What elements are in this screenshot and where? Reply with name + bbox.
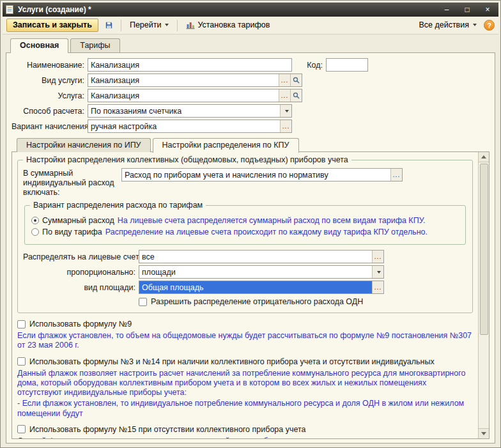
chevron-down-icon [473,24,477,26]
service-type-row: Вид услуги: ... [12,73,489,87]
kpu-distribution-group-title: Настройки распределения коллективных (об… [23,155,351,164]
distribute-choose-button[interactable]: ... [372,251,383,263]
service-type-input[interactable] [88,74,279,86]
allow-negative-label: Разрешить распределение отрицательного р… [151,297,363,306]
formula314-hint-2: - Если флажок установлен, то индивидуаль… [17,399,473,419]
help-button[interactable]: ? [484,20,495,31]
formula15-checkbox[interactable] [17,425,26,433]
formula314-hint-1: Данный флажок позволяет настроить расчет… [17,369,473,398]
toolbar-separator [177,20,178,31]
tariff-setup-label: Установка тарифов [197,20,270,29]
radio-by-tariff-label: По виду тарифа [42,228,102,236]
toolbar: Записать и закрыть Перейти Установка [3,17,498,35]
kpu-distribution-group: Настройки распределения коллективных (об… [17,160,473,313]
distribute-input[interactable] [139,251,372,263]
triangle-down-icon [481,432,486,435]
tab-main[interactable]: Основная [10,38,68,53]
scroll-down-button[interactable] [479,428,489,438]
all-actions-button[interactable]: Все действия [415,19,481,32]
service-label: Услуга: [12,91,84,100]
area-kind-choose-button[interactable]: ... [372,281,383,293]
radio-by-tariff-hint: Распределение на лицевые счета происходи… [105,228,428,236]
save-close-button[interactable]: Записать и закрыть [6,19,98,32]
tariff-setup-button[interactable]: Установка тарифов [182,19,274,32]
save-button[interactable] [102,20,116,31]
maximize-button[interactable]: □ [459,4,475,15]
calc-method-label: Способ расчета: [12,107,84,116]
proportional-label: пропорционально: [23,268,135,277]
include-label: В суммарный индивидуальный расход включа… [23,168,119,197]
formula9-label: Использовать формулу №9 [29,320,132,328]
radio-row-total: Суммарный расход На лицевые счета распре… [31,216,459,225]
close-button[interactable]: × [479,4,496,15]
calc-method-select[interactable] [88,105,280,117]
window-title: Услуги (создание) * [18,5,435,14]
goto-button[interactable]: Перейти [126,19,173,32]
chevron-down-icon [377,271,381,274]
service-open-button[interactable] [290,89,302,102]
distribute-label: Распределять на лицевые счета: [23,252,135,261]
triangle-up-icon [481,155,486,158]
accrual-variant-label: Вариант начисления: [12,122,84,131]
radio-by-tariff[interactable] [31,228,39,236]
service-choose-button[interactable]: ... [279,89,290,102]
radio-total-label: Суммарный расход [42,216,114,225]
area-kind-row: вид площади: ... [23,281,467,294]
proportional-dropdown-button[interactable] [372,266,383,278]
include-row: В суммарный индивидуальный расход включа… [23,168,467,197]
service-row: Услуга: ... [12,89,489,102]
formula314-label: Использовать формулы №3 и №14 при наличи… [29,357,435,366]
service-type-choose-button[interactable]: ... [279,74,290,86]
accrual-variant-choose-button[interactable]: ... [280,120,291,132]
all-actions-label: Все действия [419,20,469,29]
service-type-open-button[interactable] [290,74,302,86]
proportional-select[interactable] [139,266,372,278]
allow-negative-row: Разрешить распределение отрицательного р… [139,297,466,306]
vertical-scrollbar[interactable] [478,152,489,438]
name-input[interactable] [88,59,291,71]
inner-tab-kpu[interactable]: Настройки распределения по КПУ [153,138,299,153]
include-input[interactable] [122,169,390,181]
proportional-row: пропорционально: [23,265,467,279]
formula314-row: Использовать формулы №3 и №14 при наличи… [17,357,473,366]
calc-method-row: Способ расчета: [12,104,489,118]
formula9-checkbox[interactable] [17,320,26,328]
chevron-down-icon [165,24,169,26]
toolbar-separator [121,20,121,31]
goto-label: Перейти [130,20,162,29]
titlebar: Услуги (создание) * – □ × [3,3,498,17]
accrual-variant-row: Вариант начисления: ... [12,120,489,133]
main-tab-page: Наименование: Код: Вид услуги: ... Услуг… [6,52,495,444]
window: Услуги (создание) * – □ × Записать и зак… [0,0,501,448]
kpu-settings-panel: Настройки распределения коллективных (об… [12,151,489,439]
settings-tabstrip: Настройки начисления по ИПУ Настройки ра… [17,138,489,152]
formula314-checkbox[interactable] [17,357,26,366]
code-input[interactable] [327,59,367,71]
floppy-icon [105,22,112,29]
service-input[interactable] [88,89,279,102]
formula15-label: Использовать формулу №15 при отсутствии … [29,425,306,434]
tab-tariffs[interactable]: Тарифы [70,38,119,52]
chevron-down-icon [285,110,289,112]
main-tabstrip: Основная Тарифы [10,38,498,52]
scroll-thumb[interactable] [480,164,488,335]
allow-negative-checkbox[interactable] [139,298,147,306]
area-kind-input[interactable] [139,281,372,293]
inner-tab-ipu[interactable]: Настройки начисления по ИПУ [17,138,151,152]
area-kind-label: вид площади: [23,283,135,292]
name-label: Наименование: [12,61,84,70]
magnifier-icon [293,77,300,84]
minimize-button[interactable]: – [438,4,455,15]
bar-chart-icon [186,20,195,29]
service-type-label: Вид услуги: [12,76,84,85]
accrual-variant-input[interactable] [88,120,280,132]
document-icon [5,5,14,14]
magnifier-icon [293,92,300,99]
calc-method-dropdown-button[interactable] [280,105,291,117]
formula9-row: Использовать формулу №9 [17,320,473,328]
radio-total[interactable] [31,217,39,224]
tariff-variant-group: Вариант распределения расхода по тарифам… [24,205,466,245]
formula15-row: Использовать формулу №15 при отсутствии … [17,425,473,434]
include-choose-button[interactable]: ... [390,169,402,181]
scroll-up-button[interactable] [479,152,489,162]
